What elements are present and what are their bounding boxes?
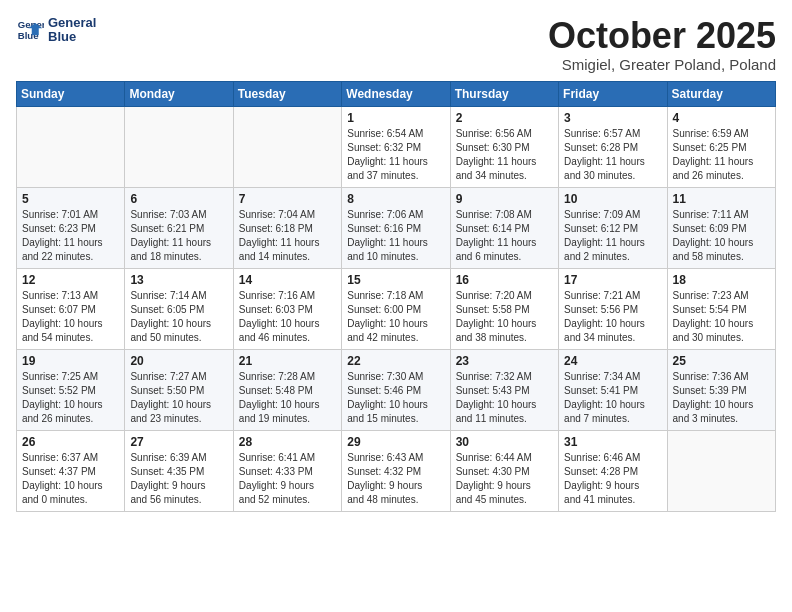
day-number: 10 (564, 192, 661, 206)
day-number: 29 (347, 435, 444, 449)
page-header: General Blue General Blue October 2025 S… (16, 16, 776, 73)
column-header-saturday: Saturday (667, 81, 775, 106)
day-number: 2 (456, 111, 553, 125)
calendar-cell: 15Sunrise: 7:18 AM Sunset: 6:00 PM Dayli… (342, 268, 450, 349)
day-number: 12 (22, 273, 119, 287)
calendar-cell: 24Sunrise: 7:34 AM Sunset: 5:41 PM Dayli… (559, 349, 667, 430)
day-number: 21 (239, 354, 336, 368)
day-info: Sunrise: 7:27 AM Sunset: 5:50 PM Dayligh… (130, 370, 227, 426)
calendar-week-row: 12Sunrise: 7:13 AM Sunset: 6:07 PM Dayli… (17, 268, 776, 349)
calendar-cell: 6Sunrise: 7:03 AM Sunset: 6:21 PM Daylig… (125, 187, 233, 268)
calendar-cell: 19Sunrise: 7:25 AM Sunset: 5:52 PM Dayli… (17, 349, 125, 430)
day-info: Sunrise: 7:25 AM Sunset: 5:52 PM Dayligh… (22, 370, 119, 426)
day-info: Sunrise: 7:11 AM Sunset: 6:09 PM Dayligh… (673, 208, 770, 264)
day-number: 3 (564, 111, 661, 125)
day-info: Sunrise: 7:23 AM Sunset: 5:54 PM Dayligh… (673, 289, 770, 345)
day-info: Sunrise: 7:32 AM Sunset: 5:43 PM Dayligh… (456, 370, 553, 426)
day-number: 20 (130, 354, 227, 368)
day-number: 1 (347, 111, 444, 125)
day-info: Sunrise: 7:08 AM Sunset: 6:14 PM Dayligh… (456, 208, 553, 264)
calendar-cell: 17Sunrise: 7:21 AM Sunset: 5:56 PM Dayli… (559, 268, 667, 349)
day-number: 24 (564, 354, 661, 368)
day-number: 19 (22, 354, 119, 368)
calendar-cell: 25Sunrise: 7:36 AM Sunset: 5:39 PM Dayli… (667, 349, 775, 430)
calendar-cell: 12Sunrise: 7:13 AM Sunset: 6:07 PM Dayli… (17, 268, 125, 349)
day-number: 26 (22, 435, 119, 449)
calendar-header-row: SundayMondayTuesdayWednesdayThursdayFrid… (17, 81, 776, 106)
day-info: Sunrise: 7:09 AM Sunset: 6:12 PM Dayligh… (564, 208, 661, 264)
day-number: 16 (456, 273, 553, 287)
day-number: 25 (673, 354, 770, 368)
day-info: Sunrise: 6:43 AM Sunset: 4:32 PM Dayligh… (347, 451, 444, 507)
column-header-sunday: Sunday (17, 81, 125, 106)
day-number: 6 (130, 192, 227, 206)
calendar-cell: 31Sunrise: 6:46 AM Sunset: 4:28 PM Dayli… (559, 430, 667, 511)
calendar-cell: 5Sunrise: 7:01 AM Sunset: 6:23 PM Daylig… (17, 187, 125, 268)
calendar-cell (233, 106, 341, 187)
day-number: 17 (564, 273, 661, 287)
day-info: Sunrise: 7:28 AM Sunset: 5:48 PM Dayligh… (239, 370, 336, 426)
day-number: 23 (456, 354, 553, 368)
day-info: Sunrise: 6:39 AM Sunset: 4:35 PM Dayligh… (130, 451, 227, 507)
calendar-cell: 21Sunrise: 7:28 AM Sunset: 5:48 PM Dayli… (233, 349, 341, 430)
calendar-week-row: 19Sunrise: 7:25 AM Sunset: 5:52 PM Dayli… (17, 349, 776, 430)
location-subtitle: Smigiel, Greater Poland, Poland (548, 56, 776, 73)
calendar-cell: 7Sunrise: 7:04 AM Sunset: 6:18 PM Daylig… (233, 187, 341, 268)
calendar-cell: 29Sunrise: 6:43 AM Sunset: 4:32 PM Dayli… (342, 430, 450, 511)
day-number: 14 (239, 273, 336, 287)
day-info: Sunrise: 7:30 AM Sunset: 5:46 PM Dayligh… (347, 370, 444, 426)
title-block: October 2025 Smigiel, Greater Poland, Po… (548, 16, 776, 73)
calendar-cell: 18Sunrise: 7:23 AM Sunset: 5:54 PM Dayli… (667, 268, 775, 349)
calendar-table: SundayMondayTuesdayWednesdayThursdayFrid… (16, 81, 776, 512)
day-number: 27 (130, 435, 227, 449)
day-info: Sunrise: 6:41 AM Sunset: 4:33 PM Dayligh… (239, 451, 336, 507)
calendar-week-row: 1Sunrise: 6:54 AM Sunset: 6:32 PM Daylig… (17, 106, 776, 187)
svg-text:General: General (18, 20, 44, 31)
logo-icon: General Blue (16, 16, 44, 44)
column-header-thursday: Thursday (450, 81, 558, 106)
day-info: Sunrise: 7:20 AM Sunset: 5:58 PM Dayligh… (456, 289, 553, 345)
day-number: 28 (239, 435, 336, 449)
column-header-tuesday: Tuesday (233, 81, 341, 106)
calendar-cell: 13Sunrise: 7:14 AM Sunset: 6:05 PM Dayli… (125, 268, 233, 349)
day-info: Sunrise: 6:56 AM Sunset: 6:30 PM Dayligh… (456, 127, 553, 183)
day-info: Sunrise: 7:36 AM Sunset: 5:39 PM Dayligh… (673, 370, 770, 426)
day-info: Sunrise: 7:16 AM Sunset: 6:03 PM Dayligh… (239, 289, 336, 345)
calendar-cell: 4Sunrise: 6:59 AM Sunset: 6:25 PM Daylig… (667, 106, 775, 187)
day-info: Sunrise: 6:44 AM Sunset: 4:30 PM Dayligh… (456, 451, 553, 507)
calendar-cell: 20Sunrise: 7:27 AM Sunset: 5:50 PM Dayli… (125, 349, 233, 430)
calendar-cell: 16Sunrise: 7:20 AM Sunset: 5:58 PM Dayli… (450, 268, 558, 349)
calendar-cell: 10Sunrise: 7:09 AM Sunset: 6:12 PM Dayli… (559, 187, 667, 268)
day-number: 22 (347, 354, 444, 368)
day-number: 8 (347, 192, 444, 206)
calendar-cell: 30Sunrise: 6:44 AM Sunset: 4:30 PM Dayli… (450, 430, 558, 511)
calendar-cell: 9Sunrise: 7:08 AM Sunset: 6:14 PM Daylig… (450, 187, 558, 268)
day-number: 5 (22, 192, 119, 206)
logo-text: General Blue (48, 16, 96, 45)
day-info: Sunrise: 7:06 AM Sunset: 6:16 PM Dayligh… (347, 208, 444, 264)
calendar-cell: 3Sunrise: 6:57 AM Sunset: 6:28 PM Daylig… (559, 106, 667, 187)
day-info: Sunrise: 6:37 AM Sunset: 4:37 PM Dayligh… (22, 451, 119, 507)
calendar-week-row: 5Sunrise: 7:01 AM Sunset: 6:23 PM Daylig… (17, 187, 776, 268)
day-number: 15 (347, 273, 444, 287)
day-info: Sunrise: 7:03 AM Sunset: 6:21 PM Dayligh… (130, 208, 227, 264)
day-info: Sunrise: 7:34 AM Sunset: 5:41 PM Dayligh… (564, 370, 661, 426)
day-info: Sunrise: 6:59 AM Sunset: 6:25 PM Dayligh… (673, 127, 770, 183)
calendar-cell: 26Sunrise: 6:37 AM Sunset: 4:37 PM Dayli… (17, 430, 125, 511)
calendar-cell: 23Sunrise: 7:32 AM Sunset: 5:43 PM Dayli… (450, 349, 558, 430)
day-number: 11 (673, 192, 770, 206)
day-number: 30 (456, 435, 553, 449)
day-info: Sunrise: 7:18 AM Sunset: 6:00 PM Dayligh… (347, 289, 444, 345)
day-number: 31 (564, 435, 661, 449)
day-number: 7 (239, 192, 336, 206)
calendar-cell: 14Sunrise: 7:16 AM Sunset: 6:03 PM Dayli… (233, 268, 341, 349)
column-header-wednesday: Wednesday (342, 81, 450, 106)
calendar-cell: 1Sunrise: 6:54 AM Sunset: 6:32 PM Daylig… (342, 106, 450, 187)
calendar-cell: 11Sunrise: 7:11 AM Sunset: 6:09 PM Dayli… (667, 187, 775, 268)
calendar-cell: 27Sunrise: 6:39 AM Sunset: 4:35 PM Dayli… (125, 430, 233, 511)
day-number: 9 (456, 192, 553, 206)
calendar-cell (667, 430, 775, 511)
logo-line2: Blue (48, 30, 96, 44)
calendar-week-row: 26Sunrise: 6:37 AM Sunset: 4:37 PM Dayli… (17, 430, 776, 511)
calendar-cell: 22Sunrise: 7:30 AM Sunset: 5:46 PM Dayli… (342, 349, 450, 430)
